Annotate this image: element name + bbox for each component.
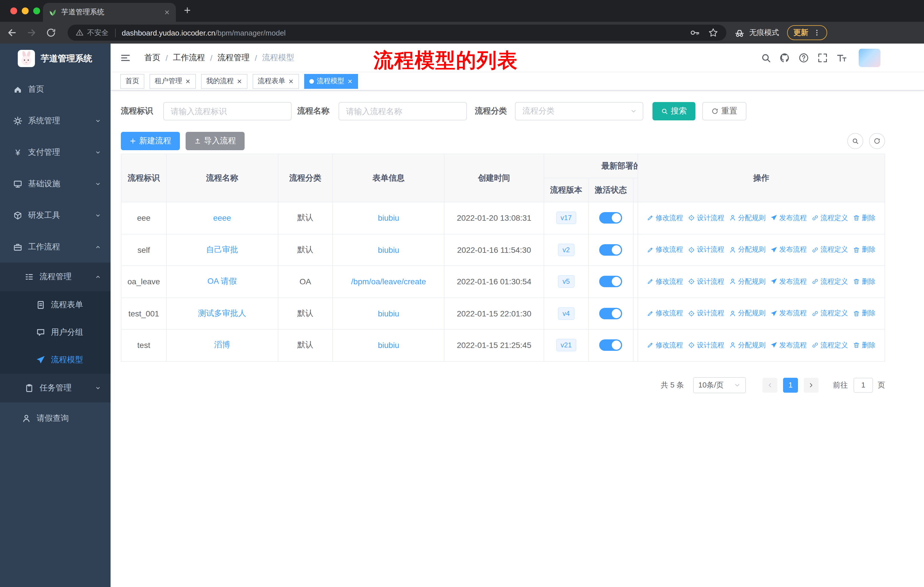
tag-item-process-model[interactable]: 流程模型: [304, 74, 358, 89]
sidebar-item-process-model[interactable]: 流程模型: [0, 346, 111, 374]
app-logo[interactable]: 芋道管理系统: [0, 43, 111, 73]
status-toggle[interactable]: [599, 340, 622, 351]
goto-page-input[interactable]: [853, 377, 873, 392]
zoom-window-button[interactable]: [33, 7, 40, 14]
model-name-link[interactable]: OA 请假: [207, 276, 237, 287]
page-size-select[interactable]: 10条/页: [693, 377, 746, 393]
action-delete[interactable]: 删除: [853, 213, 876, 223]
toggle-search-button[interactable]: [847, 133, 863, 149]
action-assign-rule[interactable]: 分配规则: [729, 277, 766, 287]
sidebar-item-user-group[interactable]: 用户分组: [0, 319, 111, 346]
model-name-link[interactable]: eeee: [213, 213, 231, 223]
action-process-definition[interactable]: 流程定义: [812, 213, 848, 223]
tag-close-icon[interactable]: [237, 78, 242, 84]
action-process-definition[interactable]: 流程定义: [812, 309, 848, 318]
new-tab-button[interactable]: [183, 6, 191, 14]
status-toggle[interactable]: [599, 308, 622, 319]
search-button[interactable]: 搜索: [652, 102, 695, 121]
action-delete[interactable]: 删除: [853, 341, 876, 350]
status-toggle[interactable]: [599, 212, 622, 224]
tag-close-icon[interactable]: [288, 78, 294, 84]
status-toggle[interactable]: [599, 276, 622, 288]
tag-close-icon[interactable]: [347, 78, 353, 84]
form-info-link[interactable]: /bpm/oa/leave/create: [351, 277, 426, 286]
action-assign-rule[interactable]: 分配规则: [729, 341, 766, 350]
action-design-process[interactable]: 设计流程: [688, 213, 724, 223]
forward-button[interactable]: [26, 28, 37, 38]
github-icon[interactable]: [780, 53, 790, 63]
action-publish-process[interactable]: 发布流程: [771, 213, 807, 223]
browser-tab[interactable]: 芋道管理系统: [43, 3, 176, 22]
sidebar-item-payment[interactable]: ¥ 支付管理: [0, 136, 111, 168]
search-icon[interactable]: [761, 53, 771, 63]
action-process-definition[interactable]: 流程定义: [812, 277, 848, 287]
action-assign-rule[interactable]: 分配规则: [729, 309, 766, 318]
update-button[interactable]: 更新: [787, 25, 827, 40]
reset-button[interactable]: 重置: [702, 102, 746, 121]
tab-close-icon[interactable]: [164, 9, 170, 15]
breadcrumb-process-mgmt[interactable]: 流程管理: [218, 53, 250, 63]
action-design-process[interactable]: 设计流程: [688, 341, 724, 350]
minimize-window-button[interactable]: [22, 7, 29, 14]
action-publish-process[interactable]: 发布流程: [771, 277, 807, 287]
category-select[interactable]: 流程分类: [515, 102, 643, 121]
breadcrumb-workflow[interactable]: 工作流程: [173, 53, 205, 63]
action-edit-process[interactable]: 修改流程: [647, 213, 683, 223]
user-avatar[interactable]: [859, 49, 881, 67]
help-icon[interactable]: [799, 53, 809, 63]
form-info-link[interactable]: biubiu: [378, 213, 399, 223]
table-refresh-button[interactable]: [869, 133, 885, 149]
reload-button[interactable]: [46, 28, 56, 38]
tag-item-process-form[interactable]: 流程表单: [252, 74, 299, 89]
action-edit-process[interactable]: 修改流程: [647, 309, 683, 318]
status-toggle[interactable]: [599, 244, 622, 256]
password-key-icon[interactable]: [690, 28, 700, 38]
breadcrumb-home[interactable]: 首页: [144, 53, 160, 63]
process-key-input[interactable]: [163, 102, 292, 121]
action-design-process[interactable]: 设计流程: [688, 277, 724, 287]
import-process-button[interactable]: 导入流程: [186, 132, 244, 150]
form-info-link[interactable]: biubiu: [378, 245, 399, 255]
action-publish-process[interactable]: 发布流程: [771, 245, 807, 255]
sidebar-item-task-mgmt[interactable]: 任务管理: [0, 374, 111, 402]
action-edit-process[interactable]: 修改流程: [647, 341, 683, 350]
close-window-button[interactable]: [10, 7, 17, 14]
tag-item-tenant[interactable]: 租户管理: [150, 74, 196, 89]
action-edit-process[interactable]: 修改流程: [647, 277, 683, 287]
tag-item-home[interactable]: 首页: [120, 74, 144, 89]
sidebar-item-workflow[interactable]: 工作流程: [0, 231, 111, 263]
model-name-link[interactable]: 测试多审批人: [198, 308, 246, 319]
font-size-icon[interactable]: [837, 53, 846, 63]
tag-item-my-process[interactable]: 我的流程: [201, 74, 248, 89]
sidebar-item-process-form[interactable]: 流程表单: [0, 291, 111, 319]
sidebar-toggle-button[interactable]: [120, 53, 130, 63]
sidebar-item-home[interactable]: 首页: [0, 73, 111, 105]
sidebar-item-devtools[interactable]: 研发工具: [0, 200, 111, 231]
bookmark-star-icon[interactable]: [708, 28, 718, 38]
action-delete[interactable]: 删除: [853, 277, 876, 287]
action-process-definition[interactable]: 流程定义: [812, 245, 848, 255]
action-assign-rule[interactable]: 分配规则: [729, 213, 766, 223]
address-bar[interactable]: 不安全 dashboard.yudao.iocoder.cn/bpm/manag…: [68, 25, 726, 41]
action-design-process[interactable]: 设计流程: [688, 309, 724, 318]
form-info-link[interactable]: biubiu: [378, 309, 399, 318]
sidebar-item-system[interactable]: 系统管理: [0, 105, 111, 136]
sidebar-item-leave-query[interactable]: 请假查询: [0, 402, 111, 434]
browser-menu-icon[interactable]: [813, 29, 821, 37]
action-delete[interactable]: 删除: [853, 309, 876, 318]
action-publish-process[interactable]: 发布流程: [771, 341, 807, 350]
create-process-button[interactable]: 新建流程: [121, 132, 180, 150]
action-assign-rule[interactable]: 分配规则: [729, 245, 766, 255]
model-name-link[interactable]: 自己审批: [206, 245, 238, 255]
model-name-link[interactable]: 滔博: [214, 340, 230, 351]
page-1-button[interactable]: 1: [783, 377, 798, 392]
prev-page-button[interactable]: [762, 377, 777, 392]
action-design-process[interactable]: 设计流程: [688, 245, 724, 255]
process-name-input[interactable]: [338, 102, 467, 121]
action-edit-process[interactable]: 修改流程: [647, 245, 683, 255]
tag-close-icon[interactable]: [185, 78, 191, 84]
back-button[interactable]: [7, 28, 17, 38]
form-info-link[interactable]: biubiu: [378, 341, 399, 350]
action-delete[interactable]: 删除: [853, 245, 876, 255]
action-process-definition[interactable]: 流程定义: [812, 341, 848, 350]
